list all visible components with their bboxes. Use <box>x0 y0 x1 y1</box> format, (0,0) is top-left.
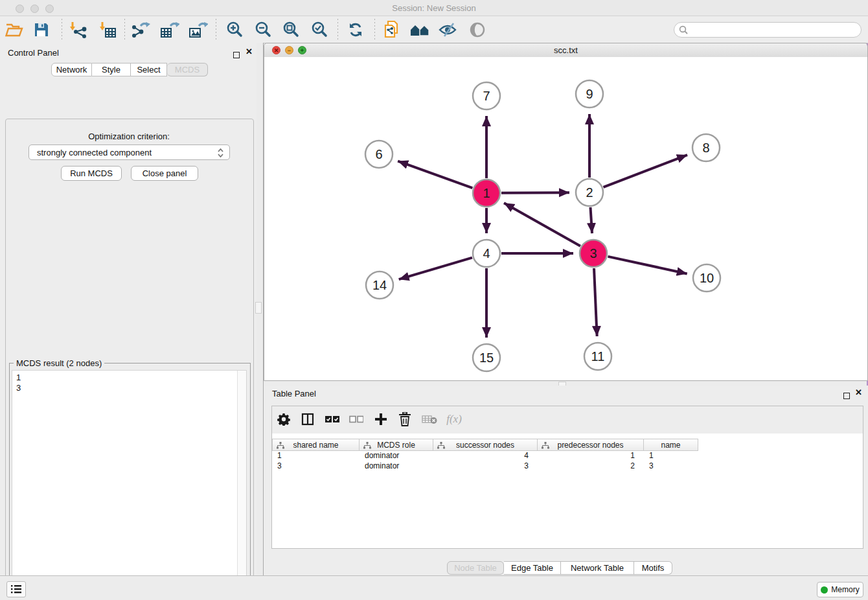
tab-network[interactable]: Network <box>51 63 92 76</box>
result-line: 1 <box>16 373 242 383</box>
close-panel-button[interactable]: Close panel <box>131 166 198 181</box>
shared-column-icon <box>542 442 549 449</box>
edge-3-1[interactable] <box>504 203 580 246</box>
result-scrollbar[interactable] <box>237 371 246 600</box>
tab-select[interactable]: Select <box>131 63 167 76</box>
vertical-split-grip[interactable] <box>255 302 262 314</box>
shared-column-icon <box>437 442 445 449</box>
node-label-4: 4 <box>483 246 490 260</box>
export-image-icon[interactable] <box>187 18 210 41</box>
node-label-9: 9 <box>586 87 593 101</box>
column-header-label: predecessor nodes <box>557 441 623 450</box>
clone-network-icon[interactable] <box>380 18 404 41</box>
column-layout-icon[interactable] <box>297 408 319 430</box>
zoom-out-icon[interactable] <box>251 18 275 41</box>
hide-selected-icon[interactable] <box>436 18 459 41</box>
column-header-predecessor-nodes[interactable]: predecessor nodes <box>538 439 644 451</box>
status-bar: Memory <box>0 575 868 600</box>
memory-label: Memory <box>831 585 859 594</box>
column-header-label: shared name <box>293 441 338 450</box>
zoom-in-icon[interactable] <box>223 18 246 41</box>
zoom-fit-icon[interactable] <box>279 18 303 41</box>
import-table-icon[interactable] <box>95 18 119 41</box>
node-label-11: 11 <box>591 349 605 363</box>
titlebar: Session: New Session <box>0 0 868 16</box>
edge-3-10[interactable] <box>608 257 687 274</box>
column-header-label: successor nodes <box>456 441 514 450</box>
tab-node-table[interactable]: Node Table <box>447 561 504 575</box>
zoom-selected-icon[interactable] <box>308 18 331 41</box>
table-cell: 1 <box>272 451 360 461</box>
edge-1-2[interactable] <box>501 192 569 193</box>
add-column-icon[interactable] <box>370 408 392 430</box>
edge-1-6[interactable] <box>398 161 472 189</box>
table-row[interactable]: 1dominator411 <box>272 451 698 461</box>
import-network-icon[interactable] <box>65 18 89 41</box>
save-session-icon[interactable] <box>30 18 53 41</box>
search-field[interactable] <box>674 22 862 38</box>
edge-2-3[interactable] <box>590 207 592 233</box>
mcds-result-lines: 13 <box>12 371 246 395</box>
node-label-14: 14 <box>372 278 387 292</box>
float-panel-icon[interactable] <box>233 49 240 61</box>
table-header-row: shared nameMCDS rolesuccessor nodesprede… <box>272 439 698 451</box>
memory-button[interactable]: Memory <box>817 582 863 597</box>
optimization-criterion-select[interactable]: strongly connected component <box>29 144 230 160</box>
tab-mcds[interactable]: MCDS <box>167 63 208 76</box>
node-label-6: 6 <box>375 147 382 161</box>
network-window-title: scc.txt <box>264 45 867 55</box>
window-title: Session: New Session <box>0 3 868 13</box>
node-label-3: 3 <box>589 246 597 260</box>
select-all-icon[interactable] <box>321 408 343 430</box>
open-session-icon[interactable] <box>3 18 26 41</box>
main-toolbar <box>0 16 868 43</box>
deselect-all-icon[interactable] <box>345 408 367 430</box>
table-cell: 3 <box>644 461 698 472</box>
table-cell: 1 <box>538 451 644 461</box>
network-view-window: ✕ − + scc.txt 7968124314101511 <box>264 43 868 381</box>
table-float-panel-icon[interactable] <box>843 390 850 402</box>
tab-motifs[interactable]: Motifs <box>634 561 672 575</box>
edge-3-11[interactable] <box>594 268 597 336</box>
table-close-panel-icon[interactable]: ✕ <box>855 389 862 396</box>
column-header-shared-name[interactable]: shared name <box>272 439 360 451</box>
tab-style[interactable]: Style <box>92 63 131 76</box>
shared-column-icon <box>277 442 284 449</box>
control-panel: Control Panel ✕ NetworkStyleSelectMCDS O… <box>0 43 257 575</box>
export-table-icon[interactable] <box>158 18 181 41</box>
first-neighbors-icon[interactable] <box>408 18 431 41</box>
mcds-result-title: MCDS result (2 nodes) <box>14 358 104 368</box>
column-header-successor-nodes[interactable]: successor nodes <box>433 439 538 451</box>
control-panel-tabs: NetworkStyleSelectMCDS <box>51 63 208 76</box>
network-window-titlebar: ✕ − + scc.txt <box>264 43 867 58</box>
node-label-1: 1 <box>483 186 490 200</box>
delete-table-icon <box>418 408 440 430</box>
node-label-8: 8 <box>702 141 709 155</box>
column-header-name[interactable]: name <box>644 439 698 451</box>
optimization-criterion-label: Optimization criterion: <box>5 132 253 141</box>
close-panel-icon[interactable]: ✕ <box>246 49 253 55</box>
task-history-button[interactable] <box>6 581 26 597</box>
delete-column-icon[interactable] <box>394 408 416 430</box>
node-label-7: 7 <box>483 89 490 103</box>
shared-column-icon <box>363 442 371 449</box>
table-row[interactable]: 3dominator323 <box>272 461 698 472</box>
column-header-MCDS-role[interactable]: MCDS role <box>360 439 433 451</box>
mcds-result-textarea[interactable]: 13 <box>12 370 247 600</box>
search-icon <box>679 25 688 34</box>
export-network-icon[interactable] <box>130 18 153 41</box>
edge-2-8[interactable] <box>603 155 687 187</box>
edge-4-14[interactable] <box>399 258 472 280</box>
show-all-icon[interactable] <box>466 18 489 41</box>
run-mcds-button[interactable]: Run MCDS <box>61 166 122 181</box>
tab-edge-table[interactable]: Edge Table <box>504 561 561 575</box>
node-label-2: 2 <box>586 185 593 200</box>
network-canvas[interactable]: 7968124314101511 <box>264 57 867 380</box>
table-tabs: Node TableEdge TableNetwork TableMotifs <box>447 561 672 575</box>
column-header-label: MCDS role <box>377 441 415 450</box>
tab-network-table[interactable]: Network Table <box>561 561 634 575</box>
table-cell: dominator <box>360 461 433 472</box>
search-input[interactable] <box>691 24 856 36</box>
refresh-icon[interactable] <box>344 18 367 41</box>
settings-icon[interactable] <box>273 408 295 430</box>
